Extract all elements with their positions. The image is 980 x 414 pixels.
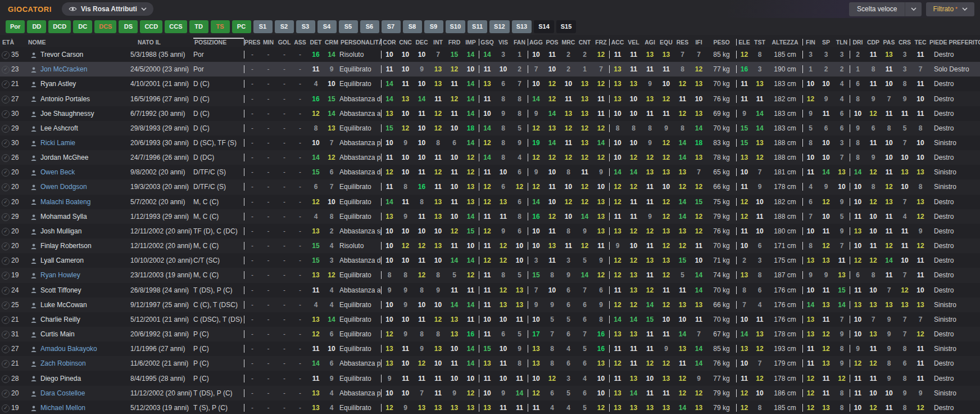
column-header-agg[interactable]: AGG: [528, 39, 544, 46]
player-name-link[interactable]: Ryan Howley: [40, 271, 130, 279]
column-header-vel[interactable]: VEL: [625, 39, 642, 46]
player-name-link[interactable]: Lyall Cameron: [40, 256, 130, 264]
tab-position-dc[interactable]: DC: [73, 20, 92, 33]
player-select-cell[interactable]: ✓: [0, 256, 11, 265]
table-row[interactable]: ✓19Michael Mellon5/12/2003 (19 anni)T (S…: [0, 400, 980, 414]
player-select-cell[interactable]: ✓: [0, 286, 11, 295]
column-header-acc[interactable]: ACC: [609, 39, 625, 46]
player-name-link[interactable]: Jon McCracken: [40, 65, 130, 73]
player-select-cell[interactable]: ✓: [0, 65, 11, 74]
column-header-ifi[interactable]: IFI: [691, 39, 707, 46]
player-select-cell[interactable]: ✓: [0, 153, 11, 162]
column-header-pos[interactable]: POS: [544, 39, 560, 46]
player-select-cell[interactable]: ✓: [0, 197, 11, 206]
player-select-cell[interactable]: ✓: [0, 138, 11, 147]
tab-slot-s2[interactable]: S2: [275, 20, 294, 33]
tab-position-ts[interactable]: TS: [211, 20, 230, 33]
player-name-link[interactable]: Ryan Astley: [40, 80, 130, 88]
player-name-link[interactable]: Luke McCowan: [40, 301, 130, 309]
player-name-link[interactable]: Malachi Boateng: [40, 198, 130, 206]
column-header-altezza[interactable]: ALTEZZA: [768, 39, 802, 46]
table-row[interactable]: ✓35Trevor Carson5/3/1988 (35 anni)Por---…: [0, 47, 980, 62]
player-name-link[interactable]: Josh Mulligan: [40, 227, 130, 235]
player-name-link[interactable]: Owen Dodgson: [40, 183, 130, 191]
table-row[interactable]: ✓31Curtis Main20/6/1992 (31 anni)P (C)--…: [0, 327, 980, 341]
player-select-cell[interactable]: ✓: [0, 212, 11, 221]
column-header-personalit-[interactable]: PERSONALITÀ: [339, 39, 381, 46]
tab-slot-s9[interactable]: S9: [424, 20, 443, 33]
player-name-link[interactable]: Finlay Robertson: [40, 242, 130, 250]
table-row[interactable]: ✓24Scott Tiffoney26/8/1998 (24 anni)T (D…: [0, 283, 980, 298]
column-header-et-[interactable]: ETÀ: [0, 39, 27, 46]
column-header-tec[interactable]: TEC: [913, 39, 928, 46]
player-name-link[interactable]: Jordan McGhee: [40, 154, 130, 161]
player-select-cell[interactable]: ✓: [0, 124, 11, 133]
player-name-link[interactable]: Amadou Bakayoko: [40, 345, 130, 353]
table-row[interactable]: ✓20Owen Beck9/8/2002 (20 anni)D/TF/C (S)…: [0, 165, 980, 179]
column-header-min[interactable]: MIN: [260, 39, 276, 46]
column-header-crm[interactable]: CRM: [324, 39, 339, 46]
player-name-link[interactable]: Scott Tiffoney: [40, 286, 130, 294]
player-select-cell[interactable]: ✓: [0, 271, 11, 280]
player-name-link[interactable]: Joe Shaughnessy: [40, 110, 130, 118]
tab-slot-s11[interactable]: S11: [468, 20, 487, 33]
player-select-cell[interactable]: ✓: [0, 374, 11, 383]
tab-slot-s13[interactable]: S13: [512, 20, 532, 33]
tab-slot-s10[interactable]: S10: [446, 20, 466, 33]
player-name-link[interactable]: Lee Ashcroft: [40, 124, 130, 132]
view-selector-dropdown[interactable]: Vis Rosa Attributi: [62, 2, 153, 16]
column-header-crs[interactable]: CRS: [897, 39, 913, 46]
player-name-link[interactable]: Antonio Portales: [40, 95, 130, 103]
column-header-ass[interactable]: ASS: [292, 39, 308, 46]
tab-position-pc[interactable]: PC: [232, 20, 251, 33]
table-row[interactable]: ✓20Owen Dodgson19/3/2003 (20 anni)D/TF/C…: [0, 179, 980, 194]
tab-slot-s6[interactable]: S6: [360, 20, 379, 33]
column-header-fin[interactable]: FIN: [802, 39, 818, 46]
column-header-agi[interactable]: AGI: [642, 39, 658, 46]
column-header-frd[interactable]: FRD: [446, 39, 462, 46]
tab-position-ds[interactable]: DS: [119, 20, 138, 33]
table-row[interactable]: ✓19Ryan Howley23/11/2003 (19 anni)M, C (…: [0, 268, 980, 282]
table-row[interactable]: ✓27Antonio Portales16/5/1996 (27 anni)D …: [0, 91, 980, 106]
tab-position-td[interactable]: TD: [189, 20, 208, 33]
table-row[interactable]: ✓30Ricki Lamie20/6/1993 (30 anni)D (SC),…: [0, 136, 980, 150]
tab-position-ccd[interactable]: CCD: [140, 20, 162, 33]
player-select-cell[interactable]: ✓: [0, 182, 11, 191]
column-header-cnt[interactable]: CNT: [577, 39, 593, 46]
table-row[interactable]: ✓27Amadou Bakayoko1/1/1996 (27 anni)P (C…: [0, 341, 980, 356]
player-name-link[interactable]: Mohamad Sylla: [40, 213, 130, 220]
column-header-fan[interactable]: FAN: [511, 39, 528, 46]
tab-slot-s5[interactable]: S5: [339, 20, 358, 33]
player-select-cell[interactable]: ✓: [0, 403, 11, 412]
player-name-link[interactable]: Charlie Reilly: [40, 316, 130, 323]
column-header-posizione[interactable]: POSIZIONE: [193, 38, 244, 46]
player-name-link[interactable]: Trevor Carson: [40, 51, 130, 58]
table-row[interactable]: ✓20Josh Mulligan12/11/2002 (20 anni)TF (…: [0, 224, 980, 238]
column-header-sp[interactable]: SP: [818, 39, 834, 46]
quick-pick-button[interactable]: Scelta veloce: [849, 2, 905, 16]
column-header-pas[interactable]: PAS: [881, 39, 897, 46]
column-header-frz[interactable]: FRZ: [593, 39, 609, 46]
tab-position-ccs[interactable]: CCS: [165, 20, 187, 33]
column-header-int[interactable]: INT: [430, 39, 446, 46]
player-select-cell[interactable]: ✓: [0, 94, 11, 104]
tab-position-dcd[interactable]: DCD: [48, 20, 71, 33]
column-header-cnc[interactable]: CNC: [397, 39, 414, 46]
tab-slot-s8[interactable]: S8: [403, 20, 422, 33]
table-row[interactable]: ✓21Charlie Reilly5/12/2001 (21 anni)C (D…: [0, 312, 980, 327]
table-row[interactable]: ✓21Zach Robinson11/6/2002 (21 anni)P (C)…: [0, 356, 980, 371]
player-select-cell[interactable]: ✓: [0, 389, 11, 398]
column-header-nato-il[interactable]: NATO IL: [130, 39, 193, 46]
tab-position-por[interactable]: Por: [6, 20, 25, 33]
column-header-cdp[interactable]: CDP: [865, 39, 881, 46]
column-header-ele[interactable]: ELE: [736, 39, 752, 46]
player-select-cell[interactable]: ✓: [0, 344, 11, 353]
player-select-cell[interactable]: ✓: [0, 168, 11, 177]
column-header-imp[interactable]: IMP: [462, 39, 479, 46]
column-header-vis[interactable]: VIS: [495, 39, 511, 46]
tab-slot-s4[interactable]: S4: [317, 20, 337, 33]
player-name-link[interactable]: Diego Pineda: [40, 375, 130, 382]
quick-pick-dropdown-button[interactable]: [905, 2, 922, 16]
table-row[interactable]: ✓20Dara Costelloe11/12/2002 (20 anni)T (…: [0, 386, 980, 400]
column-header-det[interactable]: DET: [308, 39, 324, 46]
